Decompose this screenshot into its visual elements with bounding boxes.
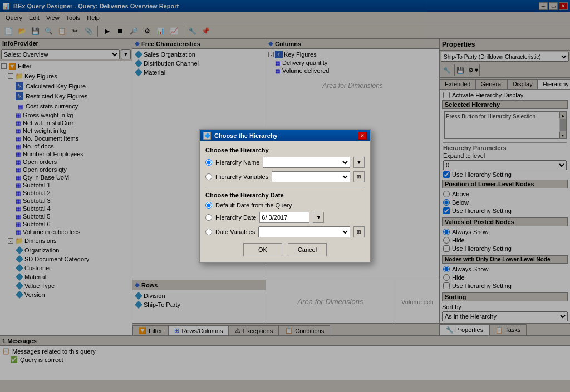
date-variables-label: Date Variables [215,229,255,235]
modal-buttons: OK Cancel [205,243,365,256]
hierarchy-variables-extra-btn[interactable]: ⊞ [353,171,365,182]
hierarchy-variables-label: Hierarchy Variables [215,173,268,180]
ok-button[interactable]: OK [243,243,282,256]
hierarchy-variables-select[interactable] [272,171,350,182]
modal-icon: 🔷 [203,132,211,140]
modal-section2-title: Choose the Hierarchy Date [205,192,365,199]
modal-body: Choose the Hierarchy Hierarchy Name ▼ Hi… [200,141,370,262]
hierarchy-name-dropdown[interactable]: ▼ [353,157,365,168]
hierarchy-date-radio[interactable] [205,214,212,221]
modal-title-bar: 🔷 Choose the Hierarchy ✕ [200,130,370,141]
hierarchy-name-select[interactable] [263,157,350,168]
modal-close-button[interactable]: ✕ [358,132,367,140]
date-variables-extra-btn[interactable]: ⊞ [353,226,365,237]
hierarchy-variables-radio[interactable] [205,173,212,180]
hierarchy-date-input[interactable] [259,212,309,223]
default-date-radio[interactable] [205,202,212,209]
modal-separator [205,187,365,187]
hierarchy-date-picker[interactable]: ▼ [313,212,324,223]
hierarchy-date-label: Hierarchy Date [215,214,256,221]
default-date-row: Default Date from the Query [205,202,365,209]
date-variables-row: Date Variables ⊞ [205,226,365,237]
hierarchy-variables-row: Hierarchy Variables ⊞ [205,171,365,182]
modal-overlay: 🔷 Choose the Hierarchy ✕ Choose the Hier… [0,0,570,392]
modal-section1-title: Choose the Hierarchy [205,147,365,153]
choose-hierarchy-modal: 🔷 Choose the Hierarchy ✕ Choose the Hier… [199,129,371,263]
date-variables-radio[interactable] [205,229,212,235]
default-date-label: Default Date from the Query [215,202,292,209]
date-variables-select[interactable] [258,226,350,237]
hierarchy-date-row: Hierarchy Date ▼ [205,212,365,223]
cancel-button[interactable]: Cancel [288,243,327,256]
hierarchy-name-radio[interactable] [205,159,212,166]
modal-title: Choose the Hierarchy [214,132,278,139]
hierarchy-name-label: Hierarchy Name [215,159,259,166]
hierarchy-name-row: Hierarchy Name ▼ [205,157,365,168]
